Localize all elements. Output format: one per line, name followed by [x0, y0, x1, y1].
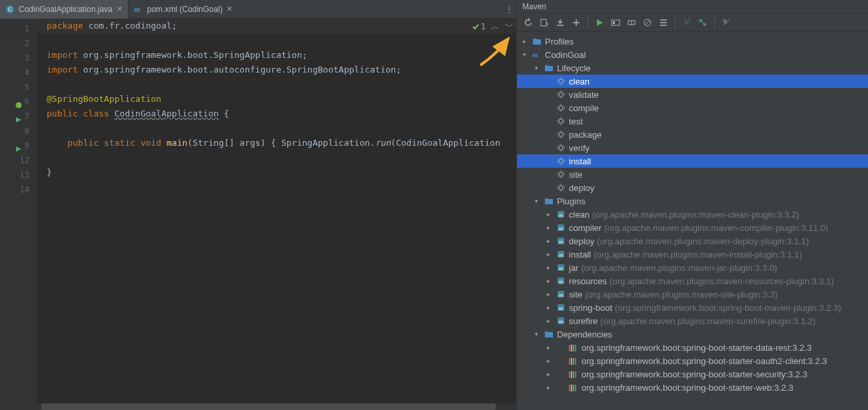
node-icon	[556, 342, 566, 353]
lifecycle-validate[interactable]: validate	[517, 88, 868, 101]
plugin-deploy[interactable]: ▸mdeploy (org.apache.maven.plugins:maven…	[517, 234, 868, 248]
chevron-right-icon[interactable]: ▸	[544, 291, 553, 298]
chevron-down-icon[interactable]: ▾	[532, 198, 541, 204]
close-icon[interactable]: ✕	[226, 5, 232, 13]
dependency-item[interactable]: ▸org.springframework.boot:spring-boot-st…	[517, 341, 868, 354]
code-area[interactable]: 1 ︿ ﹀ package com.fr.codingoal; import o…	[37, 19, 516, 403]
run-icon[interactable]	[15, 113, 22, 120]
plugin-icon: m	[556, 276, 566, 286]
run-icon[interactable]	[592, 15, 607, 30]
tree-dependencies[interactable]: ▾Dependencies	[517, 327, 868, 341]
gear-icon	[556, 182, 566, 193]
svg-text:m: m	[559, 212, 564, 218]
svg-point-27	[559, 186, 563, 190]
editor-inspection-status[interactable]: 1 ︿ ﹀	[472, 20, 514, 33]
chevron-down-icon[interactable]: ▾	[532, 65, 541, 71]
tree-plugins[interactable]: ▾Plugins	[517, 194, 868, 208]
show-dependencies-icon[interactable]	[656, 15, 671, 30]
chevron-up-icon[interactable]: ︿	[491, 21, 500, 33]
line-number: 3	[25, 51, 29, 65]
profiles-icon	[532, 36, 542, 47]
tab-overflow-menu[interactable]: ⋮	[502, 4, 516, 14]
plugin-spring-boot[interactable]: ▸mspring-boot (org.springframework.boot:…	[517, 301, 868, 314]
show-diagram-icon[interactable]	[695, 15, 710, 30]
plugin-install[interactable]: ▸minstall (org.apache.maven.plugins:mave…	[517, 248, 868, 261]
settings-icon[interactable]	[719, 15, 733, 30]
method-name: main	[167, 138, 187, 148]
package-name: com.fr.codingoal	[89, 21, 172, 31]
chevron-right-icon[interactable]: ▸	[544, 304, 553, 311]
lifecycle-verify[interactable]: verify	[517, 141, 868, 154]
tab-codingoal-application[interactable]: C CodinGoalApplication.java ✕	[0, 0, 129, 19]
gear-icon	[556, 102, 566, 113]
line-number: 2	[25, 36, 29, 51]
tab-pom-xml[interactable]: m pom.xml (CodinGoal) ✕	[129, 0, 238, 19]
horizontal-scrollbar[interactable]	[0, 403, 516, 410]
chevron-down-icon[interactable]: ﹀	[505, 21, 514, 33]
chevron-right-icon[interactable]: ▸	[544, 344, 553, 351]
run-icon[interactable]	[15, 142, 22, 149]
folder-icon	[544, 196, 554, 206]
editor-body: 1 2 3 4 5 6 7 8 9 12 13 14 1 ︿ ﹀ package	[0, 19, 516, 403]
plugin-icon: m	[556, 222, 566, 233]
chevron-right-icon[interactable]: ▸	[520, 38, 529, 45]
dependency-icon	[569, 357, 576, 365]
plugin-surefire[interactable]: ▸msurefire (org.apache.maven.plugins:mav…	[517, 314, 868, 327]
editor-panel: C CodinGoalApplication.java ✕ m pom.xml …	[0, 0, 516, 410]
svg-point-20	[559, 93, 563, 97]
chevron-right-icon[interactable]: ▸	[544, 224, 553, 231]
svg-rect-10	[613, 21, 615, 24]
chevron-right-icon[interactable]: ▸	[544, 317, 553, 324]
plugin-resources[interactable]: ▸mresources (org.apache.maven.plugins:ma…	[517, 274, 868, 288]
lifecycle-install[interactable]: install	[517, 154, 868, 168]
plugin-icon: m	[556, 262, 566, 273]
chevron-right-icon[interactable]: ▸	[544, 357, 553, 364]
lifecycle-clean[interactable]: clean	[517, 75, 868, 88]
lifecycle-test[interactable]: test	[517, 114, 868, 128]
lifecycle-compile[interactable]: compile	[517, 101, 868, 114]
svg-point-22	[559, 119, 563, 123]
toggle-offline-icon[interactable]	[624, 15, 639, 30]
tree-profiles[interactable]: ▸Profiles	[517, 35, 868, 48]
plugin-clean[interactable]: ▸mclean (org.apache.maven.plugins:maven-…	[517, 208, 868, 221]
maven-tree[interactable]: ▸Profiles▾mCodinGoal▾Lifecyclecleanvalid…	[517, 32, 868, 410]
generate-sources-icon[interactable]	[537, 15, 552, 30]
plugin-jar[interactable]: ▸mjar (org.apache.maven.plugins:maven-ja…	[517, 261, 868, 274]
execute-goal-icon[interactable]	[608, 15, 623, 30]
line-number: 13	[20, 168, 29, 182]
skip-tests-icon[interactable]	[640, 15, 655, 30]
chevron-right-icon[interactable]: ▸	[544, 211, 553, 218]
svg-text:m: m	[559, 305, 564, 311]
svg-point-24	[559, 146, 563, 150]
gear-icon	[556, 89, 566, 100]
gear-icon	[556, 76, 566, 87]
plugin-compiler[interactable]: ▸mcompiler (org.apache.maven.plugins:mav…	[517, 221, 868, 234]
plugin-site[interactable]: ▸msite (org.apache.maven.plugins:maven-s…	[517, 288, 868, 301]
collapse-all-icon[interactable]	[679, 15, 694, 30]
chevron-right-icon[interactable]: ▸	[544, 238, 553, 244]
dependency-item[interactable]: ▸org.springframework.boot:spring-boot-st…	[517, 367, 868, 381]
svg-text:m: m	[559, 292, 564, 298]
lifecycle-deploy[interactable]: deploy	[517, 181, 868, 194]
chevron-right-icon[interactable]: ▸	[544, 278, 553, 284]
tree-project[interactable]: ▾mCodinGoal	[517, 48, 868, 61]
tree-lifecycle[interactable]: ▾Lifecycle	[517, 61, 868, 75]
chevron-right-icon[interactable]: ▸	[544, 384, 553, 391]
svg-text:m: m	[559, 318, 564, 325]
plugin-icon: m	[556, 315, 566, 326]
lifecycle-package[interactable]: package	[517, 128, 868, 141]
dependency-item[interactable]: ▸org.springframework.boot:spring-boot-st…	[517, 354, 868, 367]
chevron-right-icon[interactable]: ▸	[544, 371, 553, 377]
chevron-down-icon[interactable]: ▾	[532, 331, 541, 337]
add-icon[interactable]	[569, 15, 584, 30]
dependency-item[interactable]: ▸org.springframework.boot:spring-boot-st…	[517, 381, 868, 394]
chevron-right-icon[interactable]: ▸	[544, 251, 553, 258]
svg-rect-9	[612, 20, 620, 25]
chevron-down-icon[interactable]: ▾	[520, 51, 529, 58]
lifecycle-site[interactable]: site	[517, 168, 868, 181]
editor-tab-bar: C CodinGoalApplication.java ✕ m pom.xml …	[0, 0, 516, 19]
reload-icon[interactable]	[521, 15, 536, 30]
download-sources-icon[interactable]	[553, 15, 568, 30]
close-icon[interactable]: ✕	[117, 5, 123, 13]
chevron-right-icon[interactable]: ▸	[544, 264, 553, 271]
